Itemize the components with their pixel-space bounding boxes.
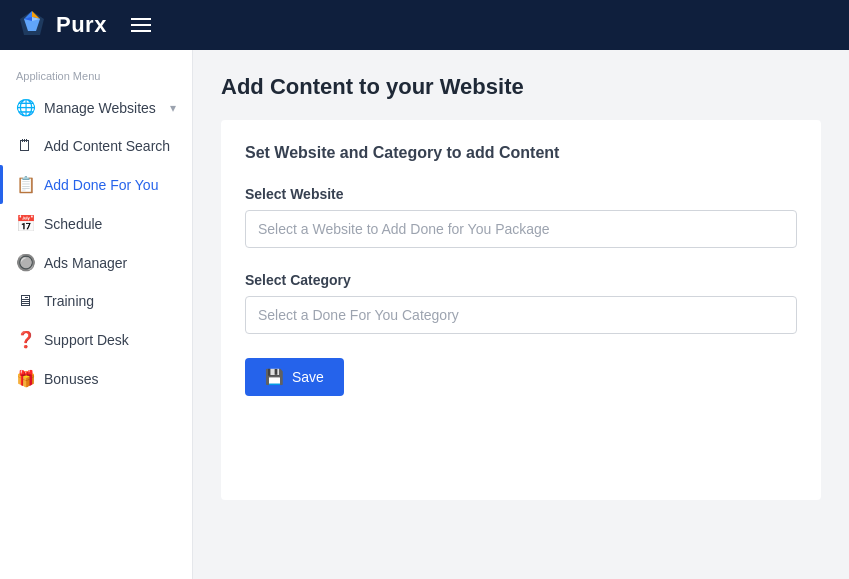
content-card: Set Website and Category to add Content … — [221, 120, 821, 500]
page-title: Add Content to your Website — [221, 74, 821, 100]
sidebar-item-bonuses[interactable]: 🎁 Bonuses — [0, 359, 192, 398]
sidebar-item-label: Add Content Search — [44, 138, 170, 154]
brand-name: Purx — [56, 12, 107, 38]
save-icon: 💾 — [265, 368, 284, 386]
hamburger-button[interactable] — [131, 18, 151, 32]
select-category-dropdown[interactable]: Select a Done For You Category — [245, 296, 797, 334]
help-icon: ❓ — [16, 330, 34, 349]
sidebar-item-label: Support Desk — [44, 332, 129, 348]
logo-icon — [16, 9, 48, 41]
topbar: Purx — [0, 0, 849, 50]
clipboard-icon: 📋 — [16, 175, 34, 194]
card-section-title: Set Website and Category to add Content — [245, 144, 797, 162]
layout: Application Menu 🌐 Manage Websites ▾ 🗒 A… — [0, 50, 849, 579]
ads-icon: 🔘 — [16, 253, 34, 272]
active-indicator — [0, 165, 3, 204]
document-icon: 🗒 — [16, 137, 34, 155]
save-button-label: Save — [292, 369, 324, 385]
sidebar-item-label: Ads Manager — [44, 255, 127, 271]
sidebar-section-label: Application Menu — [0, 60, 192, 88]
main-content: Add Content to your Website Set Website … — [193, 50, 849, 579]
save-button[interactable]: 💾 Save — [245, 358, 344, 396]
sidebar-item-label: Manage Websites — [44, 100, 156, 116]
sidebar-item-label: Schedule — [44, 216, 102, 232]
gift-icon: 🎁 — [16, 369, 34, 388]
sidebar-item-manage-websites[interactable]: 🌐 Manage Websites ▾ — [0, 88, 192, 127]
sidebar-item-training[interactable]: 🖥 Training — [0, 282, 192, 320]
sidebar-item-label: Training — [44, 293, 94, 309]
select-website-dropdown[interactable]: Select a Website to Add Done for You Pac… — [245, 210, 797, 248]
calendar-icon: 📅 — [16, 214, 34, 233]
sidebar-item-schedule[interactable]: 📅 Schedule — [0, 204, 192, 243]
sidebar-item-ads-manager[interactable]: 🔘 Ads Manager — [0, 243, 192, 282]
select-category-label: Select Category — [245, 272, 797, 288]
sidebar-item-add-done-for-you[interactable]: 📋 Add Done For You — [0, 165, 192, 204]
select-website-label: Select Website — [245, 186, 797, 202]
sidebar-item-label: Add Done For You — [44, 177, 158, 193]
sidebar-item-add-content-search[interactable]: 🗒 Add Content Search — [0, 127, 192, 165]
monitor-icon: 🖥 — [16, 292, 34, 310]
sidebar-item-label: Bonuses — [44, 371, 98, 387]
select-category-group: Select Category Select a Done For You Ca… — [245, 272, 797, 334]
brand-logo: Purx — [16, 9, 107, 41]
globe-icon: 🌐 — [16, 98, 34, 117]
select-website-group: Select Website Select a Website to Add D… — [245, 186, 797, 248]
sidebar: Application Menu 🌐 Manage Websites ▾ 🗒 A… — [0, 50, 193, 579]
chevron-down-icon: ▾ — [170, 101, 176, 115]
sidebar-item-support-desk[interactable]: ❓ Support Desk — [0, 320, 192, 359]
